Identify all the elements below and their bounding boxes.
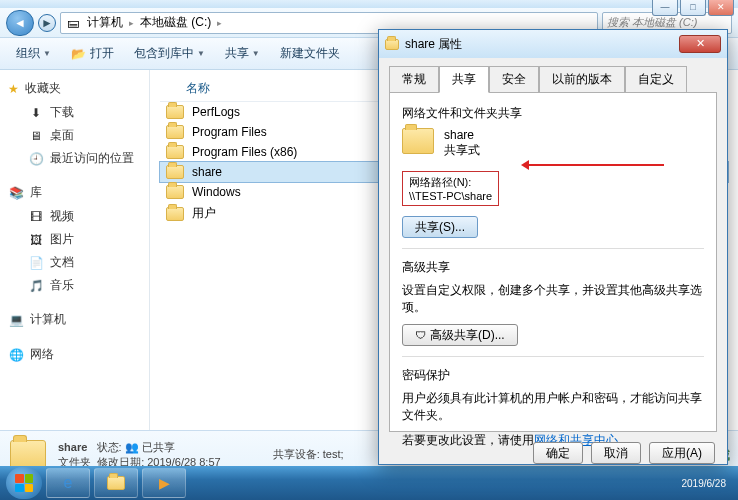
folder-icon [166, 145, 184, 159]
password-desc: 用户必须具有此计算机的用户帐户和密码，才能访问共享文件夹。 [402, 390, 704, 424]
titlebar [0, 0, 738, 8]
chevron-right-icon: ▸ [129, 18, 134, 28]
include-label: 包含到库中 [134, 45, 194, 62]
annotation-arrow [524, 164, 664, 166]
sidebar-item-label: 下载 [50, 104, 74, 121]
sidebar-pictures[interactable]: 🖼图片 [0, 228, 149, 251]
picture-icon: 🖼 [28, 232, 44, 248]
open-label: 打开 [90, 45, 114, 62]
sidebar-item-label: 最近访问的位置 [50, 150, 134, 167]
taskbar-ie[interactable]: e [46, 468, 90, 498]
open-button[interactable]: 📂打开 [65, 42, 120, 65]
folder-icon [166, 105, 184, 119]
tab-previous[interactable]: 以前的版本 [539, 66, 625, 92]
include-menu[interactable]: 包含到库中▼ [128, 42, 211, 65]
sidebar-network[interactable]: 🌐网络 [0, 342, 149, 367]
advanced-desc: 设置自定义权限，创建多个共享，并设置其他高级共享选项。 [402, 282, 704, 316]
chevron-down-icon: ▼ [197, 49, 205, 58]
breadcrumb-drive[interactable]: 本地磁盘 (C:) [140, 14, 211, 31]
sidebar: ★收藏夹 ⬇下载 🖥桌面 🕘最近访问的位置 📚库 🎞视频 🖼图片 📄文档 🎵音乐… [0, 70, 150, 430]
netpath-label: 网络路径(N): [409, 175, 492, 190]
libraries-label: 库 [30, 184, 42, 201]
newfolder-label: 新建文件夹 [280, 45, 340, 62]
document-icon: 📄 [28, 255, 44, 271]
file-name: Program Files (x86) [192, 145, 297, 159]
music-icon: 🎵 [28, 278, 44, 294]
folder-icon [166, 207, 184, 221]
dialog-tabs: 常规 共享 安全 以前的版本 自定义 [379, 58, 727, 92]
shield-icon: 🛡 [415, 329, 426, 341]
system-tray[interactable]: 2019/6/28 [676, 478, 733, 489]
folder-icon [166, 185, 184, 199]
network-icon: 🌐 [8, 347, 24, 363]
chevron-right-icon: ▸ [217, 18, 222, 28]
advanced-share-label: 高级共享(D)... [430, 327, 505, 344]
file-name: 用户 [192, 205, 216, 222]
recent-icon: 🕘 [28, 151, 44, 167]
favorites-label: 收藏夹 [25, 80, 61, 97]
ie-icon: e [64, 474, 73, 492]
tab-custom[interactable]: 自定义 [625, 66, 687, 92]
library-icon: 📚 [8, 185, 24, 201]
share-mode: 共享式 [444, 142, 480, 159]
breadcrumb-computer[interactable]: 计算机 [87, 14, 123, 31]
maximize-button[interactable]: □ [680, 0, 706, 16]
sidebar-item-label: 文档 [50, 254, 74, 271]
apply-button[interactable]: 应用(A) [649, 442, 715, 464]
share-folder-icon [402, 128, 434, 154]
share-menu[interactable]: 共享▼ [219, 42, 266, 65]
dialog-close-button[interactable]: ✕ [679, 35, 721, 53]
netpath-value: \\TEST-PC\share [409, 190, 492, 202]
cancel-button[interactable]: 取消 [591, 442, 641, 464]
drive-icon: 🖴 [65, 15, 81, 31]
section-password: 密码保护 [402, 367, 704, 384]
favorites-header[interactable]: ★收藏夹 [0, 76, 149, 101]
advanced-share-button[interactable]: 🛡高级共享(D)... [402, 324, 518, 346]
sidebar-music[interactable]: 🎵音乐 [0, 274, 149, 297]
sidebar-desktop[interactable]: 🖥桌面 [0, 124, 149, 147]
sidebar-downloads[interactable]: ⬇下载 [0, 101, 149, 124]
folder-icon [107, 476, 125, 490]
video-icon: 🎞 [28, 209, 44, 225]
folder-icon [385, 39, 399, 50]
open-icon: 📂 [71, 46, 87, 62]
forward-button[interactable]: ► [38, 14, 56, 32]
sidebar-recent[interactable]: 🕘最近访问的位置 [0, 147, 149, 170]
libraries-header[interactable]: 📚库 [0, 180, 149, 205]
properties-dialog: share 属性 ✕ 常规 共享 安全 以前的版本 自定义 网络文件和文件夹共享… [378, 29, 728, 465]
desktop-icon: 🖥 [28, 128, 44, 144]
details-state-label: 状态: [97, 441, 122, 453]
sidebar-documents[interactable]: 📄文档 [0, 251, 149, 274]
dialog-titlebar[interactable]: share 属性 ✕ [379, 30, 727, 58]
computer-label: 计算机 [30, 311, 66, 328]
organize-label: 组织 [16, 45, 40, 62]
sidebar-item-label: 图片 [50, 231, 74, 248]
ok-button[interactable]: 确定 [533, 442, 583, 464]
folder-icon [166, 125, 184, 139]
minimize-button[interactable]: — [652, 0, 678, 16]
details-state-value: 已共享 [142, 441, 175, 453]
file-name: Program Files [192, 125, 267, 139]
taskbar-explorer[interactable] [94, 468, 138, 498]
start-button[interactable] [6, 467, 42, 499]
dialog-title: share 属性 [405, 36, 462, 53]
organize-menu[interactable]: 组织▼ [10, 42, 57, 65]
taskbar-mediaplayer[interactable]: ▶ [142, 468, 186, 498]
sidebar-videos[interactable]: 🎞视频 [0, 205, 149, 228]
details-name: share [58, 441, 87, 453]
share-name: share [444, 128, 480, 142]
folder-icon [166, 165, 184, 179]
tab-general[interactable]: 常规 [389, 66, 439, 92]
tab-security[interactable]: 安全 [489, 66, 539, 92]
close-button[interactable]: ✕ [708, 0, 734, 16]
network-label: 网络 [30, 346, 54, 363]
tray-date: 2019/6/28 [682, 478, 727, 489]
newfolder-button[interactable]: 新建文件夹 [274, 42, 346, 65]
share-button[interactable]: 共享(S)... [402, 216, 478, 238]
chevron-down-icon: ▼ [43, 49, 51, 58]
tab-sharing[interactable]: 共享 [439, 66, 489, 93]
sidebar-item-label: 视频 [50, 208, 74, 225]
sidebar-computer[interactable]: 💻计算机 [0, 307, 149, 332]
back-button[interactable]: ◄ [6, 10, 34, 36]
star-icon: ★ [8, 82, 19, 96]
